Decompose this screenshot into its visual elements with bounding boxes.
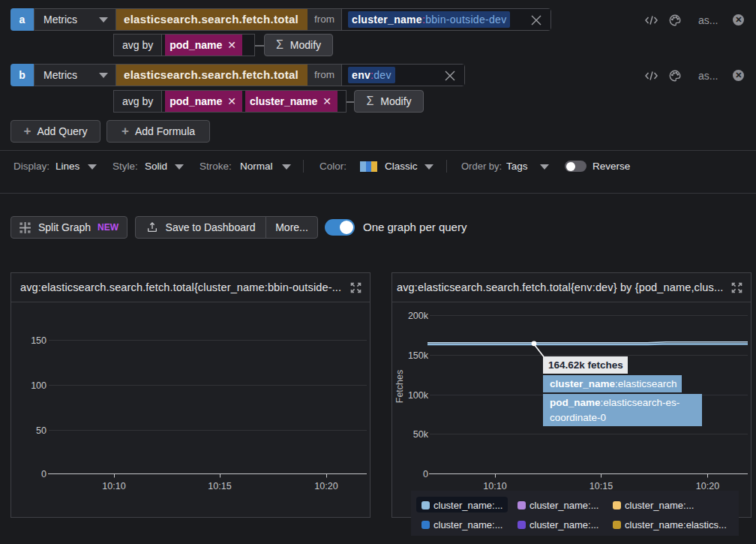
- svg-text:100: 100: [31, 380, 46, 391]
- svg-text:150: 150: [31, 335, 46, 346]
- svg-text:10:15: 10:15: [590, 481, 613, 491]
- svg-text:200k: 200k: [408, 311, 429, 321]
- svg-text:10:20: 10:20: [696, 481, 719, 491]
- svg-text:10:10: 10:10: [483, 481, 506, 491]
- svg-text:Fetches: Fetches: [394, 370, 405, 403]
- svg-text:0: 0: [41, 469, 46, 479]
- svg-text:50k: 50k: [413, 429, 429, 440]
- svg-text:10:10: 10:10: [102, 481, 125, 491]
- svg-text:50: 50: [36, 425, 46, 436]
- svg-text:10:15: 10:15: [208, 481, 231, 491]
- svg-text:100k: 100k: [408, 390, 429, 401]
- svg-text:0: 0: [423, 469, 428, 479]
- svg-text:10:20: 10:20: [314, 481, 338, 491]
- svg-text:150k: 150k: [408, 350, 429, 361]
